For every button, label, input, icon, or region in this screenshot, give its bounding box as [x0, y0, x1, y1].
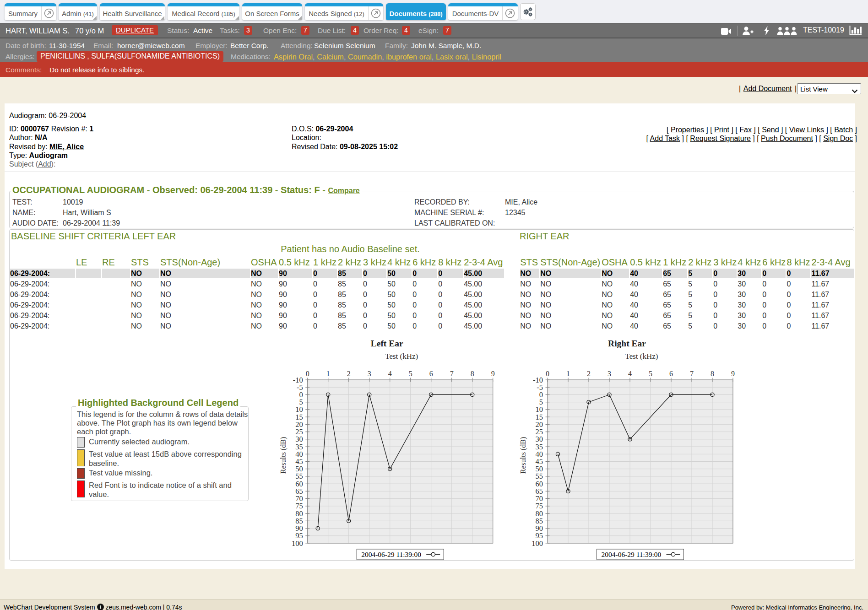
- svg-text:5: 5: [409, 370, 412, 378]
- svg-text:Right Ear: Right Ear: [608, 339, 646, 348]
- svg-text:5: 5: [649, 370, 652, 378]
- svg-text:3: 3: [608, 370, 611, 378]
- svg-text:2004-06-29 11:39:00: 2004-06-29 11:39:00: [361, 551, 421, 558]
- svg-text:9: 9: [491, 370, 495, 378]
- svg-text:6: 6: [669, 370, 673, 378]
- svg-text:2: 2: [347, 370, 351, 378]
- svg-text:6: 6: [429, 370, 433, 378]
- svg-text:Left Ear: Left Ear: [371, 339, 403, 348]
- svg-text:Test (kHz): Test (kHz): [625, 352, 658, 361]
- svg-text:4: 4: [388, 370, 392, 378]
- svg-text:1: 1: [566, 370, 570, 378]
- svg-text:Test (kHz): Test (kHz): [385, 352, 418, 361]
- svg-text:1: 1: [326, 370, 330, 378]
- svg-text:4: 4: [628, 370, 632, 378]
- svg-text:7: 7: [450, 370, 454, 378]
- svg-text:100: 100: [292, 539, 303, 548]
- svg-text:9: 9: [731, 370, 735, 378]
- svg-text:7: 7: [690, 370, 694, 378]
- svg-text:0: 0: [546, 370, 549, 378]
- svg-text:100: 100: [532, 539, 543, 548]
- svg-text:Results (dB): Results (dB): [519, 437, 527, 474]
- svg-text:3: 3: [368, 370, 371, 378]
- svg-text:8: 8: [471, 370, 474, 378]
- svg-text:i: i: [100, 604, 101, 610]
- svg-text:0: 0: [306, 370, 309, 378]
- svg-text:2004-06-29 11:39:00: 2004-06-29 11:39:00: [602, 551, 662, 558]
- svg-text:8: 8: [711, 370, 714, 378]
- svg-text:2: 2: [587, 370, 591, 378]
- svg-text:Results (dB): Results (dB): [279, 437, 288, 474]
